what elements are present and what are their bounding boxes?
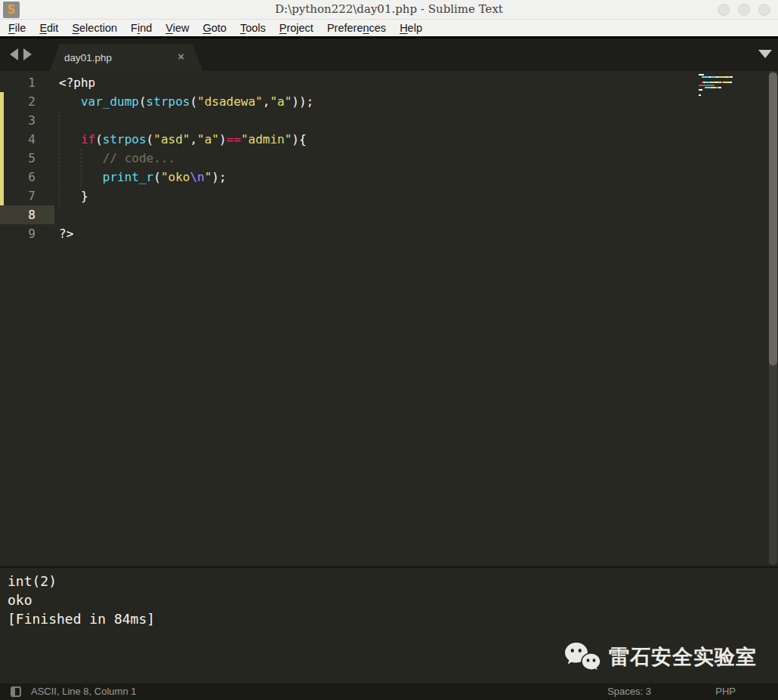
- code-line-2[interactable]: 2 var_dump(strpos("dsadewa","a"));: [0, 92, 778, 111]
- vintage-mode-icon[interactable]: [11, 686, 21, 697]
- menu-bar: FileEditSelectionFindViewGotoToolsProjec…: [0, 20, 778, 36]
- line-number: 5: [0, 149, 45, 168]
- code-line-4[interactable]: 4 if(strpos("asd","a")=="admin"){: [0, 130, 778, 149]
- console-output-line: oko: [0, 591, 778, 609]
- menu-item-view[interactable]: View: [159, 22, 196, 34]
- minimap[interactable]: [699, 74, 744, 104]
- watermark: 雷石安全实验室: [563, 641, 757, 673]
- watermark-text: 雷石安全实验室: [609, 643, 757, 671]
- tab-label: day01.php: [64, 52, 112, 63]
- code-text: ?>: [45, 224, 73, 243]
- line-number: 8: [0, 205, 45, 224]
- line-number: 1: [0, 73, 45, 92]
- tab-nav-right-icon[interactable]: [23, 48, 32, 60]
- code-text: print_r("oko\n");: [45, 168, 227, 187]
- line-number: 3: [0, 111, 45, 130]
- tab-bar: day01.php ×: [0, 39, 778, 71]
- minimap-line: [699, 74, 704, 76]
- menu-item-edit[interactable]: Edit: [32, 22, 65, 34]
- syntax-label[interactable]: PHP: [715, 686, 736, 697]
- line-number: 7: [0, 187, 45, 205]
- menu-item-project[interactable]: Project: [273, 22, 320, 34]
- title-bar: S D:\python222\day01.php - Sublime Text: [0, 0, 778, 20]
- sublime-text-window: S D:\python222\day01.php - Sublime Text …: [0, 0, 778, 700]
- console-output-line: [Finished in 84ms]: [0, 609, 778, 628]
- code-lines[interactable]: 1<?php2 var_dump(strpos("dsadewa","a"));…: [0, 73, 778, 243]
- minimize-button[interactable]: [718, 4, 730, 16]
- menu-item-file[interactable]: File: [2, 22, 32, 34]
- code-line-5[interactable]: 5 // code...: [0, 149, 778, 168]
- minimap-line: [699, 87, 721, 88]
- code-text: <?php: [45, 73, 95, 92]
- cursor-position-label: ASCII, Line 8, Column 1: [31, 686, 136, 697]
- minimap-line: [699, 89, 702, 91]
- minimap-line: [699, 94, 701, 96]
- minimap-line: [699, 82, 732, 83]
- build-output-panel[interactable]: int(2)oko[Finished in 84ms] 雷石安全实验室: [0, 566, 778, 683]
- code-line-3[interactable]: 3: [0, 111, 778, 130]
- build-output-text: int(2)oko[Finished in 84ms]: [0, 568, 778, 628]
- minimap-line: [699, 76, 733, 78]
- code-text: }: [45, 187, 88, 205]
- line-number: 2: [0, 92, 45, 111]
- code-line-9[interactable]: 9?>: [0, 224, 778, 243]
- code-text: var_dump(strpos("dsadewa","a"));: [45, 92, 313, 111]
- menu-item-find[interactable]: Find: [124, 22, 159, 34]
- minimap-line: [699, 85, 715, 86]
- status-bar: ASCII, Line 8, Column 1 Spaces: 3 PHP: [0, 683, 778, 700]
- menu-item-preferences[interactable]: Preferences: [320, 22, 393, 34]
- scrollbar-thumb[interactable]: [769, 72, 777, 365]
- line-number: 9: [0, 224, 45, 243]
- menu-item-selection[interactable]: Selection: [65, 22, 124, 34]
- close-button[interactable]: [758, 4, 770, 16]
- tab-list-dropdown-icon[interactable]: [758, 50, 772, 58]
- window-title: D:\python222\day01.php - Sublime Text: [0, 2, 778, 16]
- line-number: 6: [0, 168, 45, 187]
- tab-nav-left-icon[interactable]: [10, 48, 18, 60]
- wechat-icon: [563, 641, 601, 673]
- code-line-1[interactable]: 1<?php: [0, 73, 778, 92]
- menu-item-help[interactable]: Help: [393, 22, 429, 34]
- code-line-7[interactable]: 7 }: [0, 187, 778, 205]
- code-text: [45, 205, 59, 224]
- code-text: if(strpos("asd","a")=="admin"){: [45, 130, 307, 149]
- code-line-8[interactable]: 8: [0, 205, 778, 224]
- tab-day01-php[interactable]: day01.php ×: [50, 44, 202, 71]
- menu-item-goto[interactable]: Goto: [196, 22, 233, 34]
- code-text: // code...: [45, 149, 175, 168]
- code-line-6[interactable]: 6 print_r("oko\n");: [0, 168, 778, 187]
- editor-area[interactable]: 1<?php2 var_dump(strpos("dsadewa","a"));…: [0, 71, 778, 566]
- code-text: [45, 111, 59, 130]
- console-output-line: int(2): [0, 572, 778, 591]
- menu-item-tools[interactable]: Tools: [233, 22, 273, 34]
- line-number: 4: [0, 130, 45, 149]
- maximize-button[interactable]: [738, 4, 750, 16]
- tab-close-icon[interactable]: ×: [178, 50, 184, 63]
- indent-setting-label[interactable]: Spaces: 3: [607, 686, 651, 697]
